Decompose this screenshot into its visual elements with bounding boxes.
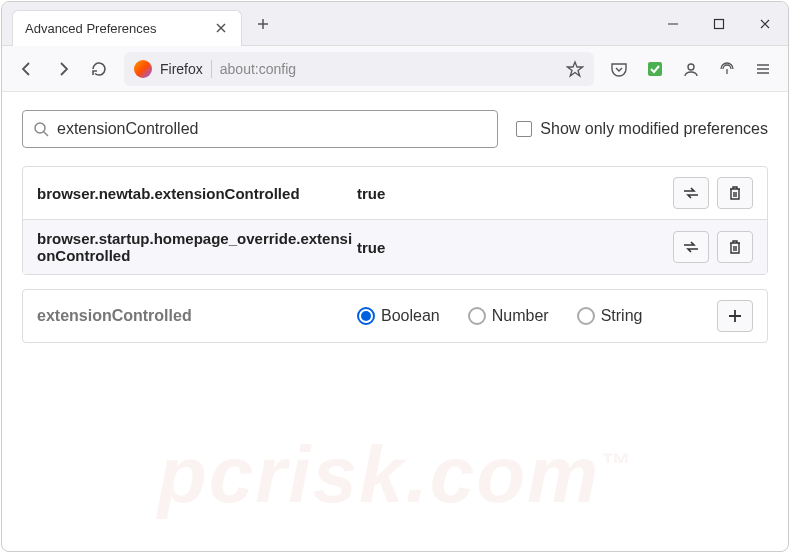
radio-label: String <box>601 307 643 325</box>
new-tab-button[interactable] <box>248 17 278 31</box>
pref-row: browser.newtab.extensionControlled true <box>23 167 767 219</box>
url-identity: Firefox <box>160 61 203 77</box>
svg-point-3 <box>35 123 45 133</box>
extension-icon[interactable] <box>638 52 672 86</box>
pocket-icon[interactable] <box>602 52 636 86</box>
radio-input[interactable] <box>577 307 595 325</box>
nav-toolbar: Firefox about:config <box>2 46 788 92</box>
maximize-button[interactable] <box>696 2 742 46</box>
back-button[interactable] <box>10 52 44 86</box>
account-icon[interactable] <box>674 52 708 86</box>
radio-label: Number <box>492 307 549 325</box>
url-path: about:config <box>220 61 296 77</box>
pref-value: true <box>357 185 673 202</box>
create-pref-row: extensionControlled Boolean Number Strin… <box>22 289 768 343</box>
radio-input[interactable] <box>357 307 375 325</box>
bookmark-star-icon[interactable] <box>566 60 584 78</box>
menu-button[interactable] <box>746 52 780 86</box>
pref-name: browser.newtab.extensionControlled <box>37 185 357 202</box>
toggle-button[interactable] <box>673 177 709 209</box>
radio-label: Boolean <box>381 307 440 325</box>
toggle-button[interactable] <box>673 231 709 263</box>
minimize-button[interactable] <box>650 2 696 46</box>
reload-button[interactable] <box>82 52 116 86</box>
search-icon <box>33 121 49 137</box>
delete-button[interactable] <box>717 177 753 209</box>
radio-input[interactable] <box>468 307 486 325</box>
radio-string[interactable]: String <box>577 307 643 325</box>
search-row: Show only modified preferences <box>22 110 768 148</box>
radio-boolean[interactable]: Boolean <box>357 307 440 325</box>
modified-only-checkbox[interactable] <box>516 121 532 137</box>
pref-name: browser.startup.homepage_override.extens… <box>37 230 357 264</box>
svg-rect-1 <box>648 62 662 76</box>
close-window-button[interactable] <box>742 2 788 46</box>
search-input[interactable] <box>57 120 487 138</box>
url-bar[interactable]: Firefox about:config <box>124 52 594 86</box>
page-content: Show only modified preferences browser.n… <box>2 92 788 551</box>
window-controls <box>650 2 788 46</box>
overflow-icon[interactable] <box>710 52 744 86</box>
modified-only-checkbox-wrap[interactable]: Show only modified preferences <box>516 120 768 138</box>
delete-button[interactable] <box>717 231 753 263</box>
forward-button[interactable] <box>46 52 80 86</box>
svg-point-2 <box>688 64 694 70</box>
type-options: Boolean Number String <box>357 307 717 325</box>
add-button[interactable] <box>717 300 753 332</box>
firefox-icon <box>134 60 152 78</box>
titlebar: Advanced Preferences <box>2 2 788 46</box>
watermark: pcrisk.com™ <box>158 429 632 521</box>
create-pref-name: extensionControlled <box>37 307 357 325</box>
url-divider <box>211 60 212 78</box>
pref-row: browser.startup.homepage_override.extens… <box>23 219 767 274</box>
svg-rect-0 <box>715 19 724 28</box>
browser-window: Advanced Preferences Firefox about:confi… <box>1 1 789 552</box>
radio-number[interactable]: Number <box>468 307 549 325</box>
search-input-wrap <box>22 110 498 148</box>
close-tab-icon[interactable] <box>213 20 229 36</box>
tab-title: Advanced Preferences <box>25 21 213 36</box>
browser-tab[interactable]: Advanced Preferences <box>12 10 242 46</box>
preferences-table: browser.newtab.extensionControlled true … <box>22 166 768 275</box>
pref-value: true <box>357 239 673 256</box>
modified-only-label: Show only modified preferences <box>540 120 768 138</box>
